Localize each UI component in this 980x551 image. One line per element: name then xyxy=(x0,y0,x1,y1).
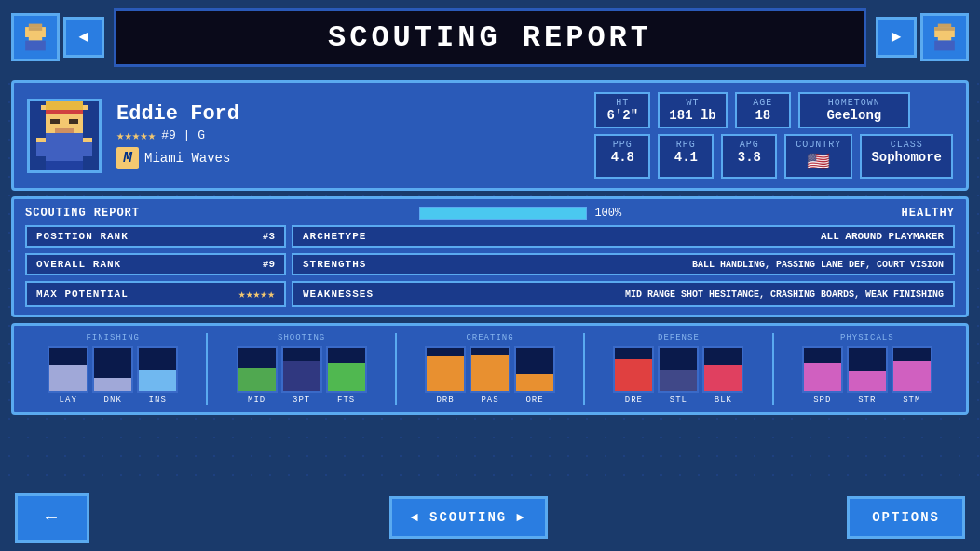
ins-bar: INS xyxy=(137,346,178,405)
options-button[interactable]: OPTIONS xyxy=(847,496,965,539)
scouting-prev-icon: ◄ xyxy=(411,510,420,525)
stats-bottom: PPG 4.8 RPG 4.1 APG 3.8 COUNTRY 🇺🇸 CLASS xyxy=(594,134,953,179)
3pt-bar: 3PT xyxy=(281,346,322,405)
player-number: #9 | G xyxy=(161,128,205,142)
scouting-header: SCOUTING REPORT 100% HEALTHY xyxy=(25,207,955,220)
stat-ppg: PPG 4.8 xyxy=(594,134,650,179)
position-rank-row: POSITION RANK #3 ARCHETYPE ALL AROUND PL… xyxy=(25,225,955,248)
scouting-nav[interactable]: ◄ SCOUTING ► xyxy=(389,496,548,539)
overall-rank-row: OVERALL RANK #9 STRENGTHS BALL HANDLING,… xyxy=(25,253,955,276)
divider-3 xyxy=(583,333,585,405)
progress-bar xyxy=(419,207,587,220)
svg-rect-7 xyxy=(938,24,951,28)
mid-bar: MID xyxy=(237,346,278,405)
team-name: Miami Waves xyxy=(144,151,230,166)
creating-bars: DRB PAS ORE xyxy=(425,346,555,405)
shooting-category: SHOOTING MID 3PT xyxy=(213,333,388,405)
skills-categories: FINISHING LAY DNK xyxy=(25,333,955,405)
spd-bar: SPD xyxy=(802,346,843,405)
svg-rect-25 xyxy=(83,138,92,142)
skills-section: FINISHING LAY DNK xyxy=(11,323,969,415)
scouting-label: SCOUTING xyxy=(429,510,507,525)
drb-bar: DRB xyxy=(425,346,466,405)
next-player-button[interactable]: ► xyxy=(876,17,917,58)
svg-rect-18 xyxy=(55,128,74,133)
stat-apg: APG 3.8 xyxy=(721,134,777,179)
stat-country: COUNTRY 🇺🇸 xyxy=(784,134,852,179)
header: ◄ SCOUTING REPORT ► xyxy=(0,0,980,74)
left-nav: ◄ xyxy=(11,13,104,61)
divider-2 xyxy=(395,333,397,405)
player-rating: ★★★★★ #9 | G xyxy=(116,128,579,143)
svg-rect-16 xyxy=(50,119,60,124)
strengths-box: STRENGTHS BALL HANDLING, PASSING LANE DE… xyxy=(292,253,955,276)
str-bar: STR xyxy=(847,346,888,405)
stats-top: HT 6'2" WT 181 lb AGE 18 HOMETOWN Geelon… xyxy=(594,92,953,128)
svg-rect-4 xyxy=(25,41,46,51)
stat-hometown: HOMETOWN Geelong xyxy=(798,92,910,128)
scouting-label: SCOUTING REPORT xyxy=(25,207,140,220)
svg-rect-3 xyxy=(29,37,42,41)
defense-category: DEFENSE DRE STL xyxy=(591,333,766,405)
player-name: Eddie Ford xyxy=(116,102,579,126)
fts-bar: FTS xyxy=(326,346,367,405)
main-content: Eddie Ford ★★★★★ #9 | G M Miami Waves HT… xyxy=(0,74,980,484)
physicals-bars: SPD STR STM xyxy=(802,346,932,405)
shooting-bars: MID 3PT FTS xyxy=(237,346,367,405)
ore-bar: ORE xyxy=(514,346,555,405)
position-rank-box: POSITION RANK #3 xyxy=(25,225,286,248)
max-potential-box: MAX POTENTIAL ★★★★★ xyxy=(25,281,286,307)
stat-class: CLASS Sophomore xyxy=(860,134,953,179)
scouting-section: SCOUTING REPORT 100% HEALTHY POSITION RA… xyxy=(11,196,969,317)
player-info: Eddie Ford ★★★★★ #9 | G M Miami Waves xyxy=(116,102,579,169)
back-icon: ← xyxy=(46,507,59,529)
scouting-next-icon: ► xyxy=(516,510,525,525)
progress-container: 100% xyxy=(419,207,621,220)
footer: ← ◄ SCOUTING ► OPTIONS xyxy=(0,484,980,551)
creating-category: CREATING DRB PAS xyxy=(402,333,578,405)
svg-rect-10 xyxy=(938,37,951,41)
dre-bar: DRE xyxy=(613,346,654,405)
progress-fill xyxy=(420,208,586,219)
back-button[interactable]: ← xyxy=(15,493,89,543)
svg-rect-14 xyxy=(46,101,83,110)
finishing-category: FINISHING LAY DNK xyxy=(25,333,200,405)
pas-bar: PAS xyxy=(470,346,510,405)
player-card: Eddie Ford ★★★★★ #9 | G M Miami Waves HT… xyxy=(11,80,969,191)
physicals-category: PHYSICALS SPD STR xyxy=(780,333,955,405)
player-stars: ★★★★★ xyxy=(116,128,156,143)
status-badge: HEALTHY xyxy=(902,207,955,220)
overall-rank-box: OVERALL RANK #9 xyxy=(25,253,286,276)
stl-bar: STL xyxy=(658,346,699,405)
team-logo: M xyxy=(116,147,139,169)
svg-rect-24 xyxy=(36,138,46,142)
prev-player-button[interactable]: ◄ xyxy=(63,17,104,58)
svg-rect-5 xyxy=(25,27,29,37)
defense-bars: DRE STL BLK xyxy=(613,346,743,405)
dnk-bar: DNK xyxy=(92,346,133,405)
svg-rect-9 xyxy=(934,27,955,31)
archetype-box: ARCHETYPE ALL AROUND PLAYMAKER xyxy=(292,225,955,248)
page-title: SCOUTING REPORT xyxy=(328,20,652,55)
svg-rect-20 xyxy=(46,133,83,161)
title-box: SCOUTING REPORT xyxy=(114,8,866,67)
player-avatar xyxy=(27,99,102,173)
player-team: M Miami Waves xyxy=(116,147,579,169)
blk-bar: BLK xyxy=(702,346,743,405)
svg-rect-23 xyxy=(46,161,83,170)
finishing-bars: LAY DNK INS xyxy=(48,346,178,405)
right-nav: ► xyxy=(876,13,969,61)
right-avatar xyxy=(920,13,969,61)
svg-rect-11 xyxy=(934,41,955,51)
stm-bar: STM xyxy=(892,346,932,405)
stat-rpg: RPG 4.1 xyxy=(658,134,714,179)
lay-bar: LAY xyxy=(48,346,88,405)
max-potential-row: MAX POTENTIAL ★★★★★ WEAKNESSES MID RANGE… xyxy=(25,281,955,307)
weaknesses-box: WEAKNESSES MID RANGE SHOT HESITANCE, CRA… xyxy=(292,281,955,307)
svg-rect-0 xyxy=(29,24,42,28)
left-avatar xyxy=(11,13,60,61)
stat-age: AGE 18 xyxy=(735,92,791,128)
svg-rect-19 xyxy=(46,110,83,114)
stat-ht: HT 6'2" xyxy=(594,92,650,128)
stat-wt: WT 181 lb xyxy=(658,92,727,128)
